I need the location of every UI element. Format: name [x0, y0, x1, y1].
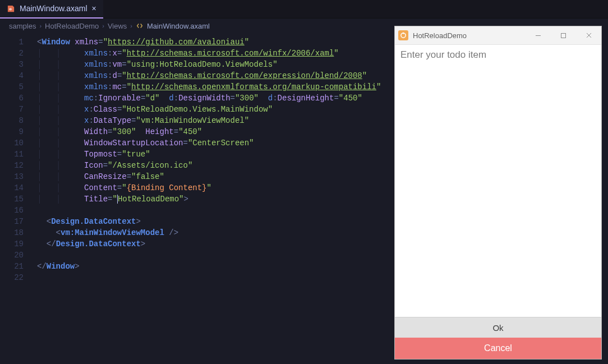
ok-button[interactable]: Ok	[395, 317, 601, 338]
breadcrumb-item[interactable]: MainWindow.axaml	[136, 22, 210, 30]
chevron-right-icon: ›	[102, 22, 104, 29]
chevron-right-icon: ›	[39, 22, 42, 29]
breadcrumb-filename: MainWindow.axaml	[147, 22, 210, 30]
line-number: 15	[0, 193, 31, 205]
breadcrumb-item[interactable]: HotReloadDemo	[45, 22, 99, 30]
line-number: 13	[0, 171, 31, 182]
window-close-button[interactable]	[576, 26, 601, 45]
breadcrumb-item[interactable]: Views	[108, 22, 127, 30]
line-number: 14	[0, 182, 31, 193]
line-number: 7	[0, 104, 31, 115]
tab-close-button[interactable]: ×	[92, 4, 96, 13]
line-number: 11	[0, 149, 31, 160]
line-number: 19	[0, 238, 31, 250]
line-number: 16	[0, 205, 31, 216]
line-number: 17	[0, 216, 31, 227]
svg-rect-1	[403, 33, 404, 34]
line-number: 4	[0, 70, 31, 81]
line-number: 21	[0, 261, 31, 272]
line-number: 5	[0, 81, 31, 93]
line-number: 9	[0, 126, 31, 137]
line-number: 2	[0, 48, 31, 59]
cancel-button[interactable]: Cancel	[395, 338, 601, 359]
breadcrumb-item[interactable]: samples	[9, 22, 36, 30]
preview-button-bar: Ok Cancel	[395, 317, 601, 359]
line-number: 18	[0, 227, 31, 238]
preview-title: HotReloadDemo	[413, 31, 526, 40]
maximize-button[interactable]	[551, 26, 576, 45]
svg-rect-2	[561, 33, 566, 38]
line-number: 1	[0, 36, 31, 48]
chevron-right-icon: ›	[130, 22, 132, 29]
line-number: 10	[0, 137, 31, 149]
line-number: 8	[0, 115, 31, 126]
tab-mainwindow[interactable]: MainWindow.axaml ×	[0, 0, 103, 19]
preview-window: HotReloadDemo Ok Cancel	[394, 26, 602, 360]
tab-filename: MainWindow.axaml	[20, 4, 87, 13]
preview-titlebar[interactable]: HotReloadDemo	[395, 26, 601, 45]
xml-element-icon	[136, 22, 144, 30]
minimize-button[interactable]	[526, 26, 551, 45]
line-number: 20	[0, 250, 31, 261]
app-icon	[398, 30, 408, 40]
line-number: 22	[0, 272, 31, 283]
xaml-file-icon	[7, 4, 15, 13]
tab-bar: MainWindow.axaml ×	[0, 0, 608, 19]
line-number-gutter: 12345678910111213141516171819202122	[0, 36, 31, 283]
line-number: 6	[0, 93, 31, 104]
line-number: 12	[0, 160, 31, 171]
todo-input[interactable]	[400, 49, 596, 61]
line-number: 3	[0, 59, 31, 70]
preview-body	[395, 45, 601, 317]
